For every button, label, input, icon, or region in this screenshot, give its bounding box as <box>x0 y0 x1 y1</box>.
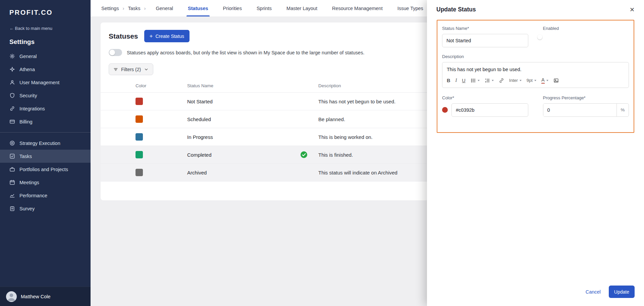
filters-button[interactable]: Filters (2) <box>109 63 153 75</box>
sidebar-item-athena[interactable]: Athena <box>0 63 91 76</box>
create-status-button[interactable]: + Create Status <box>144 30 190 42</box>
tasks-icon <box>9 153 15 159</box>
plus-icon: + <box>150 33 153 39</box>
tab-priorities[interactable]: Priorities <box>223 0 242 16</box>
statuses-note: Statuses apply across boards, but only t… <box>127 50 364 55</box>
tab-master-layout[interactable]: Master Layout <box>286 0 317 16</box>
sidebar-divider <box>0 132 91 133</box>
tab-sprints[interactable]: Sprints <box>257 0 272 16</box>
toggle-knob <box>109 50 115 55</box>
breadcrumb-tasks[interactable]: Tasks <box>128 6 140 11</box>
ordered-list-icon <box>485 78 490 83</box>
progress-percentage-input[interactable] <box>543 104 617 116</box>
description-text[interactable]: This has not yet begun to be used. <box>442 62 629 75</box>
sidebar-item-label: Portfolios and Projects <box>19 167 68 172</box>
color-input[interactable] <box>451 103 528 117</box>
chevron-down-icon <box>144 67 149 72</box>
chevron-right-icon: › <box>144 5 146 11</box>
cancel-button[interactable]: Cancel <box>586 289 601 295</box>
performance-icon <box>9 193 15 198</box>
sidebar-item-label: User Management <box>19 80 59 85</box>
sidebar-item-survey[interactable]: Survey <box>0 202 91 215</box>
link-icon <box>499 78 504 83</box>
status-color-swatch <box>136 115 143 123</box>
integrations-icon <box>9 106 15 111</box>
user-name: Matthew Cole <box>21 294 51 299</box>
tab-resource-management[interactable]: Resource Management <box>332 0 383 16</box>
profit-logo: PROFIT.CO <box>0 0 91 21</box>
security-icon <box>9 93 15 98</box>
update-button[interactable]: Update <box>609 286 635 298</box>
progress-percentage-label: Progress Percentage* <box>543 95 629 100</box>
portfolios-icon <box>9 166 15 172</box>
sidebar-item-label: Tasks <box>19 154 32 159</box>
tab-general[interactable]: General <box>156 0 173 16</box>
status-name-input[interactable] <box>442 34 528 47</box>
drawer-title: Update Status <box>436 6 476 13</box>
status-name: In Progress <box>187 134 300 140</box>
settings-sidebar: PROFIT.CO ← Back to main menu Settings G… <box>0 0 91 306</box>
italic-button[interactable]: I <box>455 78 457 83</box>
status-name: Scheduled <box>187 116 300 122</box>
sidebar-item-user-management[interactable]: User Management <box>0 76 91 89</box>
description-editor[interactable]: This has not yet begun to be used. B I U <box>442 62 629 88</box>
athena-icon <box>9 66 15 72</box>
sidebar-item-label: Integrations <box>19 106 45 111</box>
ordered-list-button[interactable] <box>485 78 494 83</box>
sidebar-item-label: Athena <box>19 67 35 72</box>
font-size-dropdown[interactable]: 9pt <box>527 78 536 83</box>
status-color-swatch <box>136 133 143 141</box>
insert-image-button[interactable] <box>553 78 559 83</box>
sidebar-item-meetings[interactable]: Meetings <box>0 176 91 189</box>
chevron-down-icon <box>534 80 536 81</box>
column-header-color: Color <box>101 83 187 88</box>
drawer-footer: Cancel Update <box>427 279 644 306</box>
general-icon <box>9 53 15 59</box>
statuses-scope-toggle[interactable] <box>109 49 122 56</box>
sidebar-item-general[interactable]: General <box>0 50 91 63</box>
description-label: Description <box>442 54 629 59</box>
breadcrumb-settings[interactable]: Settings <box>101 6 119 11</box>
underline-button[interactable]: U <box>462 78 465 83</box>
user-profile[interactable]: Matthew Cole <box>0 287 91 306</box>
sidebar-item-portfolios-and-projects[interactable]: Portfolios and Projects <box>0 163 91 176</box>
person-icon <box>6 291 17 302</box>
column-header-status-name: Status Name <box>187 83 300 88</box>
text-color-button[interactable]: A <box>541 78 548 84</box>
tasks-settings-tabs: General Statuses Priorities Sprints Mast… <box>156 0 423 16</box>
toggle-knob <box>537 35 542 40</box>
user-management-icon <box>9 80 15 85</box>
filter-icon <box>113 67 118 72</box>
sidebar-item-tasks[interactable]: Tasks <box>0 150 91 163</box>
status-color-swatch <box>136 98 143 105</box>
chevron-down-icon <box>546 80 548 81</box>
bold-button[interactable]: B <box>447 78 450 83</box>
link-button[interactable] <box>499 78 504 83</box>
sidebar-item-label: Meetings <box>19 180 39 185</box>
back-to-main-menu-link[interactable]: ← Back to main menu <box>0 21 91 32</box>
sidebar-item-label: Survey <box>19 206 35 211</box>
tab-statuses[interactable]: Statuses <box>188 0 208 16</box>
enabled-label: Enabled <box>543 26 629 31</box>
app-root: PROFIT.CO ← Back to main menu Settings G… <box>0 0 644 306</box>
sidebar-item-security[interactable]: Security <box>0 89 91 102</box>
color-swatch[interactable] <box>442 107 448 113</box>
close-icon[interactable]: ✕ <box>630 7 635 13</box>
sidebar-item-billing[interactable]: Billing <box>0 115 91 128</box>
filters-label: Filters (2) <box>121 67 141 72</box>
sidebar-item-performance[interactable]: Performance <box>0 189 91 202</box>
completed-check-icon <box>300 151 308 158</box>
sidebar-item-label: Security <box>19 93 37 98</box>
status-name: Archived <box>187 170 300 175</box>
sidebar-item-strategy-execution[interactable]: Strategy Execution <box>0 137 91 150</box>
tab-issue-types[interactable]: Issue Types <box>397 0 423 16</box>
font-dropdown[interactable]: Inter <box>509 78 522 83</box>
sidebar-item-integrations[interactable]: Integrations <box>0 102 91 115</box>
bullet-list-icon <box>471 78 476 83</box>
text-color-icon: A <box>541 78 545 84</box>
sidebar-item-label: Performance <box>19 193 47 198</box>
status-color-swatch <box>136 169 143 176</box>
bullet-list-button[interactable] <box>471 78 480 83</box>
font-size-value: 9pt <box>527 78 533 83</box>
chevron-down-icon <box>478 80 480 81</box>
